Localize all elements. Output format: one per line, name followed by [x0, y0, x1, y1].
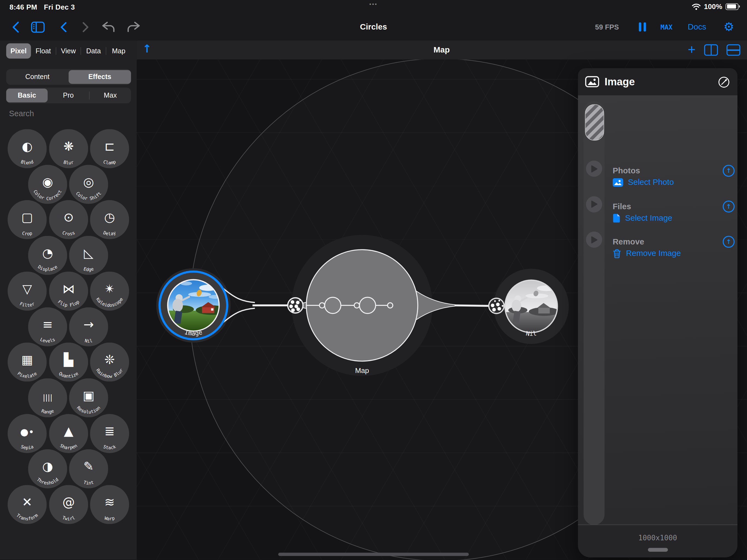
effect-filter[interactable]: ▽Filter [8, 272, 47, 311]
resize-handle[interactable] [648, 548, 668, 552]
inspector-body: PhotosSelect Photo↑FilesSelect Image↑Rem… [578, 95, 738, 525]
clamp-icon: ⊏ [104, 139, 114, 154]
rainbow-blur-icon: ❊ [104, 353, 114, 367]
docs-button[interactable]: Docs [686, 14, 708, 41]
play-icon[interactable] [586, 232, 602, 248]
warp-icon: ≋ [104, 495, 114, 509]
back-chevron-icon[interactable] [9, 14, 22, 41]
split-columns-icon[interactable] [704, 44, 718, 56]
effect-resolution[interactable]: ▣Resolution [69, 378, 108, 417]
action-select-image[interactable]: Select Image [613, 213, 672, 223]
displace-icon: ◔ [42, 246, 53, 260]
split-rows-icon[interactable] [726, 44, 741, 56]
effect-threshold[interactable]: ◑Threshold [28, 450, 67, 489]
resolution-icon: ▣ [83, 388, 95, 403]
canvas-title: Map [434, 41, 450, 59]
blur-icon: ❋ [63, 139, 74, 154]
fps-counter: 59 FPS [594, 14, 619, 41]
document-title: Circles [360, 14, 387, 41]
range-icon: |||| [43, 393, 52, 402]
effect-levels[interactable]: ≡Levels [28, 307, 67, 346]
map-inner-node[interactable] [325, 297, 341, 313]
image-frame-icon [585, 76, 599, 90]
redo-icon[interactable] [126, 14, 142, 41]
flip-flop-icon: ⋈ [62, 281, 74, 296]
node-nil-label: Nil [525, 330, 537, 337]
effect-flip-flop[interactable]: ⋈Flip Flop [49, 272, 88, 311]
wire-port-dots[interactable] [288, 298, 303, 313]
effect-range[interactable]: ||||Range [28, 378, 67, 417]
play-icon[interactable] [586, 160, 602, 177]
effect-sepia[interactable]: ●•Sepia [8, 414, 47, 453]
publish-up-arrow-icon[interactable]: ↑ [723, 200, 735, 212]
map-inner-port[interactable] [354, 303, 359, 308]
effects-grid: ◐Blend❋Blur⊏Clamp◉Color Correct◎Color Sh… [0, 41, 137, 560]
slider-thumb[interactable] [585, 104, 604, 141]
map-inner-node[interactable] [360, 297, 376, 313]
section-label-files: Files [613, 202, 632, 211]
max-quality-button[interactable]: MAX [656, 14, 676, 41]
effect-color-correct[interactable]: ◉Color Correct [28, 164, 67, 204]
canvas-topbar: ↑ Map + [137, 41, 747, 60]
color-shift-icon: ◎ [83, 175, 94, 189]
photo-icon [613, 178, 623, 187]
play-icon[interactable] [586, 196, 602, 212]
twirl-icon: @ [62, 495, 74, 509]
undo-icon[interactable] [100, 14, 116, 41]
svg-text:Warp: Warp [104, 515, 115, 521]
trash-icon [613, 249, 621, 258]
effect-twirl[interactable]: @Twirl [49, 485, 88, 524]
sharpen-icon: ▲ [64, 424, 73, 438]
effect-cross[interactable]: ⊙Cross [49, 200, 88, 239]
nav-forward-icon[interactable] [79, 14, 91, 41]
sidebar-toggle-icon[interactable] [29, 14, 46, 41]
left-panel: PixelFloatViewDataMap ContentEffects Bas… [0, 41, 137, 560]
cross-icon: ⊙ [63, 210, 74, 225]
delay-icon: ◷ [104, 210, 115, 225]
sepia-icon: ●• [20, 427, 34, 437]
effect-crop[interactable]: ▢Crop [8, 200, 47, 239]
effect-kaleidoscope[interactable]: ✴Kaleidoscope [90, 272, 129, 311]
transform-icon: ✕ [22, 495, 32, 509]
effect-warp[interactable]: ≋Warp [90, 485, 129, 524]
effect-pixelate[interactable]: ▦Pixelate [8, 342, 47, 382]
status-bar: 8:46 PMFri Dec 3 ••• 100% [0, 0, 747, 14]
wire[interactable] [453, 305, 490, 306]
section-label-remove: Remove [613, 237, 644, 247]
pause-icon[interactable] [637, 14, 647, 41]
toolbar: Circles 59 FPS MAX Docs ⚙ [0, 14, 747, 41]
effect-stack[interactable]: ≣Stack [90, 414, 129, 453]
effect-quantize[interactable]: ▙Quantize [49, 342, 88, 382]
publish-up-arrow-icon[interactable]: ↑ [723, 236, 735, 248]
effect-edge[interactable]: ◺Edge [69, 236, 108, 275]
map-inner-port[interactable] [387, 303, 393, 308]
wire-port-dots[interactable] [489, 298, 504, 314]
effect-tint[interactable]: ✎Tint [69, 450, 108, 489]
publish-up-arrow-icon[interactable]: ↑ [723, 165, 735, 177]
multitask-dots-icon[interactable]: ••• [369, 1, 378, 6]
battery-icon [726, 3, 739, 9]
effect-transform[interactable]: ✕Transform [8, 485, 47, 524]
up-arrow-icon[interactable]: ↑ [143, 42, 152, 55]
nav-back-icon[interactable] [57, 14, 70, 41]
effect-nil[interactable]: →Nil [69, 307, 108, 346]
kaleidoscope-icon: ✴ [104, 281, 114, 296]
effect-blur[interactable]: ❋Blur [49, 129, 88, 168]
map-inner-port[interactable] [319, 303, 325, 308]
edit-circle-icon[interactable] [718, 76, 730, 90]
effect-sharpen[interactable]: ▲Sharpen [49, 414, 88, 453]
home-indicator[interactable] [278, 553, 469, 556]
action-select-photo[interactable]: Select Photo [613, 178, 674, 187]
stack-icon: ≣ [104, 424, 114, 438]
effect-blend[interactable]: ◐Blend [8, 129, 47, 168]
effect-delay[interactable]: ◷Delay [90, 200, 129, 239]
pixelate-icon: ▦ [21, 353, 33, 367]
gear-icon[interactable]: ⚙ [721, 14, 737, 41]
tint-icon: ✎ [83, 459, 94, 474]
action-remove-image[interactable]: Remove Image [613, 249, 681, 258]
effect-rainbow-blur[interactable]: ❊Rainbow Blur [90, 342, 129, 382]
effect-displace[interactable]: ◔Displace [28, 236, 67, 275]
effect-color-shift[interactable]: ◎Color Shift [69, 164, 108, 204]
plus-icon[interactable]: + [688, 43, 696, 56]
effect-clamp[interactable]: ⊏Clamp [90, 129, 129, 168]
